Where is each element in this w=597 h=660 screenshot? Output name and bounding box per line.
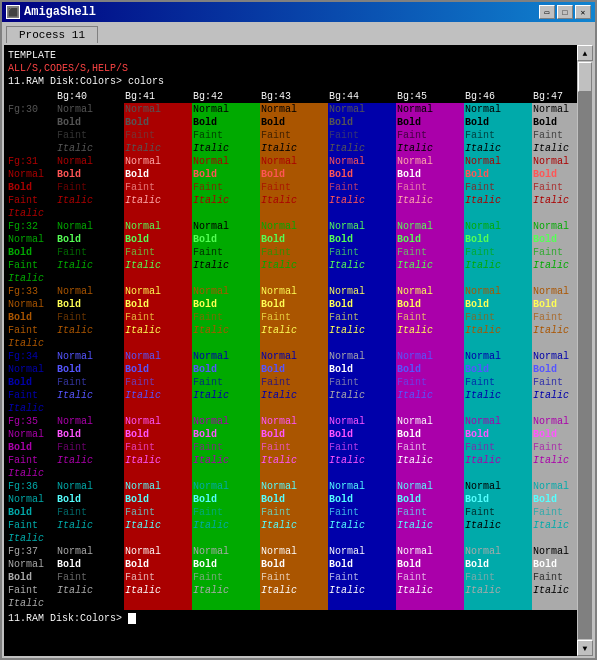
fg30-bg42: Normal Bold Faint Italic <box>192 103 260 155</box>
fg30-row: Fg:30 Normal Bold Faint Italic Normal Bo… <box>8 103 573 155</box>
fg33-bg41: Normal Bold Faint Italic <box>124 285 192 350</box>
scroll-down-button[interactable]: ▼ <box>577 640 593 656</box>
fg34-bg44: Normal Bold Faint Italic <box>328 350 396 415</box>
fg34-bg46: Normal Bold Faint Italic <box>464 350 532 415</box>
tab-bar: Process 11 <box>2 22 595 43</box>
fg35-bg43: Normal Bold Faint Italic <box>260 415 328 480</box>
fg33-bg44: Normal Bold Faint Italic <box>328 285 396 350</box>
fg37-bg44: Normal Bold Faint Italic <box>328 545 396 610</box>
fg30-bg40: Normal Bold Faint Italic <box>56 103 124 155</box>
fg37-label: Fg:37 NormalBoldFaintItalic <box>8 545 56 610</box>
fg31-bg45: Normal Bold Faint Italic <box>396 155 464 220</box>
fg30-bg41: Normal Bold Faint Italic <box>124 103 192 155</box>
fg31-label: Fg:31 NormalBoldFaintItalic <box>8 155 56 220</box>
fg34-bg45: Normal Bold Faint Italic <box>396 350 464 415</box>
fg31-bg44: Normal Bold Faint Italic <box>328 155 396 220</box>
fg32-bg40: Normal Bold Faint Italic <box>56 220 124 285</box>
fg32-bg41: Normal Bold Faint Italic <box>124 220 192 285</box>
fg36-bg47: Normal Bold Faint Italic <box>532 480 577 545</box>
fg30-bg46: Normal Bold Faint Italic <box>464 103 532 155</box>
fg35-label: Fg:35 NormalBoldFaintItalic <box>8 415 56 480</box>
scroll-thumb[interactable] <box>578 62 592 92</box>
fg34-bg41: Normal Bold Faint Italic <box>124 350 192 415</box>
fg32-bg44: Normal Bold Faint Italic <box>328 220 396 285</box>
fg32-row: Fg:32 NormalBoldFaintItalic Normal Bold … <box>8 220 573 285</box>
fg37-bg47: Normal Bold Faint Italic <box>532 545 577 610</box>
fg31-bg41: Normal Bold Faint Italic <box>124 155 192 220</box>
fg35-bg40: Normal Bold Faint Italic <box>56 415 124 480</box>
command-line: 11.RAM Disk:Colors> colors <box>8 75 573 88</box>
scrollbar: ▲ ▼ <box>577 45 593 656</box>
scroll-track[interactable] <box>578 62 592 639</box>
fg31-row: Fg:31 NormalBoldFaintItalic Normal Bold … <box>8 155 573 220</box>
fg30-label: Fg:30 <box>8 103 56 155</box>
bg46-header: Bg:46 <box>464 90 532 103</box>
all-codes-line: ALL/S,CODES/S,HELP/S <box>8 62 573 75</box>
fg32-label: Fg:32 NormalBoldFaintItalic <box>8 220 56 285</box>
fg32-bg43: Normal Bold Faint Italic <box>260 220 328 285</box>
fg36-bg41: Normal Bold Faint Italic <box>124 480 192 545</box>
bg47-header: Bg:47 <box>532 90 577 103</box>
fg35-bg47: Normal Bold Faint Italic <box>532 415 577 480</box>
fg33-bg43: Normal Bold Faint Italic <box>260 285 328 350</box>
fg35-bg41: Normal Bold Faint Italic <box>124 415 192 480</box>
window-title: AmigaShell <box>24 5 96 19</box>
fg34-bg40: Normal Bold Faint Italic <box>56 350 124 415</box>
main-window: ⬛ AmigaShell ▭ □ ✕ Process 11 TEMPLATE A… <box>0 0 597 660</box>
fg36-bg43: Normal Bold Faint Italic <box>260 480 328 545</box>
scroll-up-button[interactable]: ▲ <box>577 45 593 61</box>
fg33-bg45: Normal Bold Faint Italic <box>396 285 464 350</box>
fg36-label: Fg:36 NormalBoldFaintItalic <box>8 480 56 545</box>
title-bar-left: ⬛ AmigaShell <box>6 5 96 19</box>
fg33-row: Fg:33 NormalBoldFaintItalic Normal Bold … <box>8 285 573 350</box>
fg31-bg43: Normal Bold Faint Italic <box>260 155 328 220</box>
fg37-bg46: Normal Bold Faint Italic <box>464 545 532 610</box>
fg37-row: Fg:37 NormalBoldFaintItalic Normal Bold … <box>8 545 573 610</box>
fg32-bg47: Normal Bold Faint Italic <box>532 220 577 285</box>
fg35-bg44: Normal Bold Faint Italic <box>328 415 396 480</box>
bg45-header: Bg:45 <box>396 90 464 103</box>
fg35-bg46: Normal Bold Faint Italic <box>464 415 532 480</box>
terminal[interactable]: TEMPLATE ALL/S,CODES/S,HELP/S 11.RAM Dis… <box>4 45 577 656</box>
fg32-bg45: Normal Bold Faint Italic <box>396 220 464 285</box>
fg33-bg46: Normal Bold Faint Italic <box>464 285 532 350</box>
fg30-bg45: Normal Bold Faint Italic <box>396 103 464 155</box>
fg36-bg45: Normal Bold Faint Italic <box>396 480 464 545</box>
close-button[interactable]: ✕ <box>575 5 591 19</box>
title-buttons: ▭ □ ✕ <box>539 5 591 19</box>
fg37-bg40: Normal Bold Faint Italic <box>56 545 124 610</box>
fg35-row: Fg:35 NormalBoldFaintItalic Normal Bold … <box>8 415 573 480</box>
window-icon: ⬛ <box>6 5 20 19</box>
fg30-bg47: Normal Bold Faint Italic <box>532 103 577 155</box>
fg34-bg43: Normal Bold Faint Italic <box>260 350 328 415</box>
fg36-row: Fg:36 NormalBoldFaintItalic Normal Bold … <box>8 480 573 545</box>
minimize-button[interactable]: ▭ <box>539 5 555 19</box>
maximize-button[interactable]: □ <box>557 5 573 19</box>
fg37-bg43: Normal Bold Faint Italic <box>260 545 328 610</box>
bg41-header: Bg:41 <box>124 90 192 103</box>
fg36-bg40: Normal Bold Faint Italic <box>56 480 124 545</box>
fg30-bg43: Normal Bold Faint Italic <box>260 103 328 155</box>
fg33-label: Fg:33 NormalBoldFaintItalic <box>8 285 56 350</box>
fg37-bg42: Normal Bold Faint Italic <box>192 545 260 610</box>
fg36-bg46: Normal Bold Faint Italic <box>464 480 532 545</box>
terminal-wrapper: TEMPLATE ALL/S,CODES/S,HELP/S 11.RAM Dis… <box>4 45 593 656</box>
bg42-header: Bg:42 <box>192 90 260 103</box>
fg31-bg40: Normal Bold Faint Italic <box>56 155 124 220</box>
fg33-bg47: Normal Bold Faint Italic <box>532 285 577 350</box>
colors-header-row: Bg:40 Bg:41 Bg:42 Bg:43 Bg:44 Bg:45 Bg:4… <box>8 90 573 103</box>
fg37-bg41: Normal Bold Faint Italic <box>124 545 192 610</box>
template-line: TEMPLATE <box>8 49 573 62</box>
fg31-bg46: Normal Bold Faint Italic <box>464 155 532 220</box>
process-tab[interactable]: Process 11 <box>6 26 98 43</box>
fg34-bg42: Normal Bold Faint Italic <box>192 350 260 415</box>
fg34-label: Fg:34 NormalBoldFaintItalic <box>8 350 56 415</box>
fg35-bg42: Normal Bold Faint Italic <box>192 415 260 480</box>
bg43-header: Bg:43 <box>260 90 328 103</box>
bg44-header: Bg:44 <box>328 90 396 103</box>
fg37-bg45: Normal Bold Faint Italic <box>396 545 464 610</box>
cursor <box>128 613 136 624</box>
fg35-bg45: Normal Bold Faint Italic <box>396 415 464 480</box>
fg30-bg44: Normal Bold Faint Italic <box>328 103 396 155</box>
fg36-bg42: Normal Bold Faint Italic <box>192 480 260 545</box>
